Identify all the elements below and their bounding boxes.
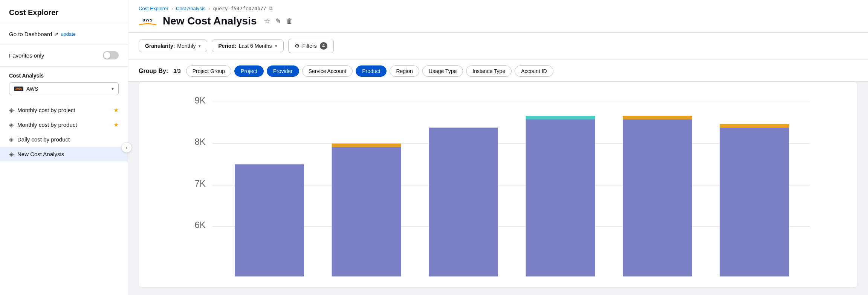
breadcrumb-sep-1: › bbox=[171, 6, 173, 11]
sidebar-dashboard[interactable]: Go to Dashboard ↗ update bbox=[0, 24, 128, 44]
filter-icon: ⚙ bbox=[295, 43, 300, 49]
aws-badge-icon: aws bbox=[14, 87, 23, 91]
aws-logo-swoosh bbox=[139, 23, 157, 26]
chart-bar-6 bbox=[720, 128, 789, 276]
chart-svg: 9K 8K 7K 6K bbox=[147, 90, 850, 283]
nav-item-label: New Cost Analysis bbox=[17, 151, 119, 157]
aws-logo-text: aws bbox=[142, 17, 153, 23]
edit-icon[interactable]: ✎ bbox=[275, 17, 281, 25]
aws-dropdown-label: AWS bbox=[26, 86, 108, 92]
sidebar-dashboard-arrow: ↗ bbox=[54, 31, 58, 37]
y-label-9k: 9K bbox=[195, 95, 206, 105]
sidebar-title: Cost Explorer bbox=[9, 8, 58, 17]
sidebar-collapse-button[interactable]: ‹ bbox=[121, 142, 132, 153]
sidebar-nav: ◈Monthly cost by project★◈Monthly cost b… bbox=[0, 103, 128, 161]
sidebar-section-label: Cost Analysis bbox=[9, 73, 119, 79]
breadcrumb: Cost Explorer › Cost Analysis › query-f5… bbox=[128, 0, 868, 11]
sidebar-update-link[interactable]: update bbox=[61, 31, 76, 37]
granularity-label: Granularity: bbox=[145, 43, 175, 49]
page-header: aws New Cost Analysis ☆ ✎ 🗑 bbox=[128, 11, 868, 33]
breadcrumb-cost-analysis[interactable]: Cost Analysis bbox=[176, 6, 205, 11]
diamond-icon: ◈ bbox=[9, 106, 14, 114]
group-chip-provider[interactable]: Provider bbox=[267, 65, 299, 77]
sidebar-dashboard-label: Go to Dashboard bbox=[9, 31, 52, 37]
breadcrumb-cost-explorer[interactable]: Cost Explorer bbox=[139, 6, 168, 11]
chart-area: 9K 8K 7K 6K bbox=[139, 82, 857, 287]
sidebar-item-daily-product[interactable]: ◈Daily cost by product bbox=[0, 132, 128, 147]
chart-bar-2-top bbox=[332, 143, 401, 147]
aws-dropdown[interactable]: aws AWS ▾ bbox=[9, 82, 119, 95]
sidebar-cost-analysis-section: Cost Analysis aws AWS ▾ bbox=[0, 67, 128, 103]
period-chevron-icon: ▾ bbox=[275, 44, 277, 49]
group-by-bar: Group By: 3/3 Project GroupProjectProvid… bbox=[128, 59, 868, 81]
y-label-6k: 6K bbox=[195, 220, 206, 230]
chart-bar-5-top bbox=[623, 116, 692, 119]
main-scroll: 9K 8K 7K 6K bbox=[128, 82, 868, 295]
header-section: Cost Explorer › Cost Analysis › query-f5… bbox=[128, 0, 868, 82]
nav-item-label: Daily cost by product bbox=[17, 136, 119, 143]
sidebar: Cost Explorer Go to Dashboard ↗ update F… bbox=[0, 0, 128, 295]
filters-count-badge: 4 bbox=[320, 42, 327, 50]
diamond-icon: ◈ bbox=[9, 121, 14, 128]
group-by-count: 3/3 bbox=[173, 68, 180, 74]
granularity-chevron-icon: ▾ bbox=[199, 44, 201, 49]
y-label-8k: 8K bbox=[195, 137, 206, 147]
star-icon: ★ bbox=[113, 106, 119, 114]
favorites-toggle[interactable] bbox=[103, 51, 119, 59]
sidebar-item-monthly-product[interactable]: ◈Monthly cost by product★ bbox=[0, 117, 128, 132]
chart-bar-5 bbox=[623, 119, 692, 277]
group-chip-account-id[interactable]: Account ID bbox=[515, 65, 553, 77]
group-chip-region[interactable]: Region bbox=[390, 65, 419, 77]
star-icon: ★ bbox=[113, 121, 119, 128]
aws-logo: aws bbox=[139, 17, 157, 26]
nav-item-label: Monthly cost by product bbox=[17, 122, 110, 128]
controls-bar: Granularity: Monthly ▾ Period: Last 6 Mo… bbox=[128, 33, 868, 59]
group-chip-product[interactable]: Product bbox=[356, 65, 387, 77]
main-content: Cost Explorer › Cost Analysis › query-f5… bbox=[128, 0, 868, 295]
delete-icon[interactable]: 🗑 bbox=[286, 17, 293, 25]
sidebar-item-monthly-project[interactable]: ◈Monthly cost by project★ bbox=[0, 103, 128, 117]
chart-bar-1 bbox=[235, 164, 304, 277]
y-label-7k: 7K bbox=[195, 178, 206, 189]
page-header-icons: ☆ ✎ 🗑 bbox=[264, 17, 293, 25]
chart-bar-6-top bbox=[720, 124, 789, 128]
copy-icon[interactable]: ⧉ bbox=[269, 5, 272, 11]
chevron-left-icon: ‹ bbox=[126, 144, 128, 151]
group-chip-usage-type[interactable]: Usage Type bbox=[422, 65, 463, 77]
chart-bar-4-top bbox=[526, 116, 595, 119]
group-chips: Project GroupProjectProviderService Acco… bbox=[186, 65, 553, 77]
group-chip-project[interactable]: Project bbox=[234, 65, 264, 77]
diamond-icon: ◈ bbox=[9, 136, 14, 143]
diamond-icon: ◈ bbox=[9, 151, 14, 158]
chart-bar-4 bbox=[526, 119, 595, 277]
sidebar-favorites: Favorites only bbox=[0, 44, 128, 67]
granularity-value: Monthly bbox=[177, 43, 196, 49]
group-by-label: Group By: bbox=[139, 68, 168, 75]
page-title: New Cost Analysis bbox=[163, 15, 257, 27]
group-chip-service-account[interactable]: Service Account bbox=[302, 65, 353, 77]
period-button[interactable]: Period: Last 6 Months ▾ bbox=[212, 40, 283, 52]
sidebar-favorites-label: Favorites only bbox=[9, 52, 44, 59]
favorite-star-icon[interactable]: ☆ bbox=[264, 17, 270, 25]
sidebar-item-new-cost-analysis[interactable]: ◈New Cost Analysis bbox=[0, 147, 128, 161]
granularity-button[interactable]: Granularity: Monthly ▾ bbox=[139, 40, 207, 52]
breadcrumb-sep-2: › bbox=[208, 6, 210, 11]
sidebar-header: Cost Explorer bbox=[0, 0, 128, 24]
chevron-down-icon: ▾ bbox=[112, 86, 114, 91]
period-value: Last 6 Months bbox=[239, 43, 272, 49]
nav-item-label: Monthly cost by project bbox=[17, 107, 110, 113]
group-chip-instance-type[interactable]: Instance Type bbox=[466, 65, 512, 77]
group-chip-project-group[interactable]: Project Group bbox=[186, 65, 231, 77]
chart-bar-2 bbox=[332, 147, 401, 277]
filters-label: Filters bbox=[303, 43, 317, 49]
breadcrumb-query-id: query-f547fc074b77 bbox=[213, 6, 266, 11]
period-label: Period: bbox=[218, 43, 236, 49]
chart-bar-3 bbox=[429, 128, 498, 276]
filters-button[interactable]: ⚙ Filters 4 bbox=[288, 39, 334, 53]
